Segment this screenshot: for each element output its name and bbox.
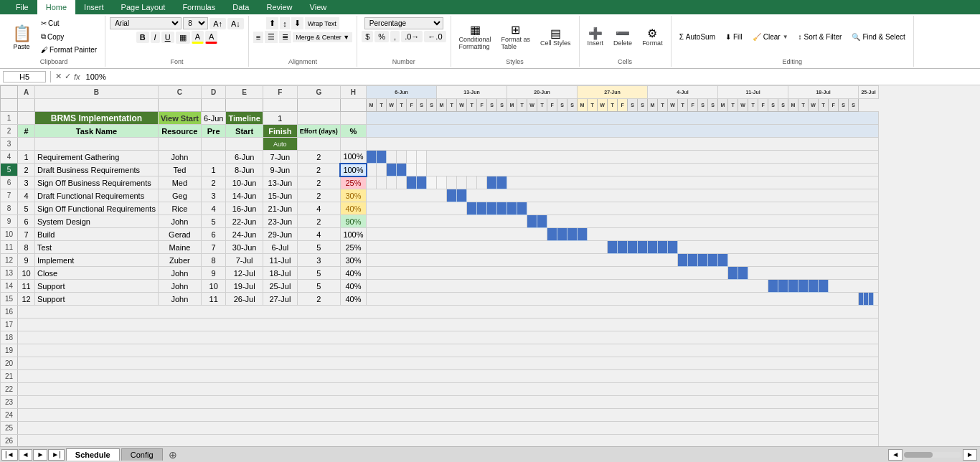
delete-button[interactable]: ➖ Delete xyxy=(610,17,636,57)
cell-B4[interactable]: Requirement Gathering xyxy=(35,151,159,164)
cell-A8[interactable]: 5 xyxy=(18,202,35,215)
cell-F6[interactable]: 13-Jun xyxy=(263,176,297,189)
row-num-26[interactable]: 26 xyxy=(1,435,18,447)
cell-A5[interactable]: 2 xyxy=(18,164,35,176)
cell-B12[interactable]: Implement xyxy=(35,254,159,267)
cell-B7[interactable]: Draft Functional Requirements xyxy=(35,189,159,202)
autosum-button[interactable]: Σ AutoSum xyxy=(676,31,719,44)
row-num-8[interactable]: 8 xyxy=(1,202,18,215)
cell-F9[interactable]: 23-Jun xyxy=(263,215,297,228)
cell-F12[interactable]: 11-Jul xyxy=(263,254,297,267)
cell-F7[interactable]: 15-Jun xyxy=(263,189,297,202)
sheet-nav-prev[interactable]: ◄ xyxy=(19,449,33,461)
cell-C14[interactable]: John xyxy=(158,280,201,293)
cell-G5[interactable]: 2 xyxy=(297,164,340,176)
col-header-f[interactable]: F xyxy=(263,86,297,99)
merge-center-button[interactable]: Merge & Center ▼ xyxy=(293,32,352,42)
sheet-nav-last[interactable]: ►| xyxy=(48,449,65,461)
cell-G4[interactable]: 2 xyxy=(297,151,340,164)
font-color-button[interactable]: A xyxy=(205,31,217,44)
col-header-c[interactable]: C xyxy=(158,86,201,99)
clear-button[interactable]: 🧹 Clear ▼ xyxy=(749,31,792,44)
row-num-2[interactable]: 2 xyxy=(1,125,18,138)
format-as-table-button[interactable]: ⊞ Format asTable xyxy=(498,17,534,57)
decrease-decimal-button[interactable]: ←.0 xyxy=(424,31,446,42)
decrease-font-button[interactable]: A↓ xyxy=(227,18,244,29)
cell-E6[interactable]: 10-Jun xyxy=(226,176,263,189)
cell-H13[interactable]: 40% xyxy=(340,267,366,280)
cell-A7[interactable]: 4 xyxy=(18,189,35,202)
cell-B13[interactable]: Close xyxy=(35,267,159,280)
cell-F2[interactable]: Finish xyxy=(263,125,297,138)
align-center-button[interactable]: ☰ xyxy=(265,31,278,43)
cell-F4[interactable]: 7-Jun xyxy=(263,151,297,164)
cell-E3[interactable] xyxy=(226,138,263,151)
row-num-19[interactable]: 19 xyxy=(1,344,18,357)
cell-H10[interactable]: 100% xyxy=(340,228,366,241)
tab-review[interactable]: Review xyxy=(258,0,301,14)
cell-C6[interactable]: Med xyxy=(158,176,201,189)
col-header-e[interactable]: E xyxy=(226,86,263,99)
cell-G7[interactable]: 2 xyxy=(297,189,340,202)
tab-file[interactable]: File xyxy=(7,0,37,14)
cell-E2[interactable]: Start xyxy=(226,125,263,138)
cell-E8[interactable]: 16-Jun xyxy=(226,202,263,215)
horizontal-scrollbar-track[interactable] xyxy=(904,452,961,458)
cell-G2[interactable]: Effort (days) xyxy=(297,125,340,138)
format-button[interactable]: ⚙ Format xyxy=(639,17,666,57)
cell-E4[interactable]: 6-Jun xyxy=(226,151,263,164)
cell-C11[interactable]: Maine xyxy=(158,241,201,254)
cell-C5[interactable]: Ted xyxy=(158,164,201,176)
cell-H9[interactable]: 90% xyxy=(340,215,366,228)
find-select-button[interactable]: 🔍 Find & Select xyxy=(848,31,908,44)
cell-E9[interactable]: 22-Jun xyxy=(226,215,263,228)
cell-F14[interactable]: 25-Jul xyxy=(263,280,297,293)
cell-C4[interactable]: John xyxy=(158,151,201,164)
fill-button[interactable]: ⬇ Fill xyxy=(722,31,746,44)
cell-H15[interactable]: 40% xyxy=(340,293,366,306)
row-num-12[interactable]: 12 xyxy=(1,254,18,267)
tab-insert[interactable]: Insert xyxy=(75,0,113,14)
cell-E7[interactable]: 14-Jun xyxy=(226,189,263,202)
cell-B15[interactable]: Support xyxy=(35,293,159,306)
cell-G8[interactable]: 4 xyxy=(297,202,340,215)
copy-button[interactable]: ⧉ Copy xyxy=(37,30,100,43)
format-painter-button[interactable]: 🖌 Format Painter xyxy=(37,44,100,56)
number-format-select[interactable]: Percentage xyxy=(364,17,443,29)
cell-A3[interactable] xyxy=(18,138,35,151)
sheet-tab-config[interactable]: Config xyxy=(121,448,163,461)
cell-G9[interactable]: 2 xyxy=(297,215,340,228)
cell-D12[interactable]: 8 xyxy=(201,254,226,267)
cell-G11[interactable]: 5 xyxy=(297,241,340,254)
insert-function-icon[interactable]: fx xyxy=(74,72,80,81)
cell-B1[interactable]: BRMS Implementation xyxy=(35,112,159,125)
tab-formulas[interactable]: Formulas xyxy=(174,0,224,14)
col-header-b[interactable]: B xyxy=(35,86,159,99)
cell-C3[interactable] xyxy=(158,138,201,151)
cell-reference-input[interactable]: H5 xyxy=(3,71,46,82)
cell-styles-button[interactable]: ▤ Cell Styles xyxy=(537,17,575,57)
cell-D13[interactable]: 9 xyxy=(201,267,226,280)
col-header-h[interactable]: H xyxy=(340,86,366,99)
cell-D3[interactable] xyxy=(201,138,226,151)
cell-H4[interactable]: 100% xyxy=(340,151,366,164)
cell-B2[interactable]: Task Name xyxy=(35,125,159,138)
row-num-4[interactable]: 4 xyxy=(1,151,18,164)
comma-button[interactable]: , xyxy=(390,31,400,42)
cell-G3[interactable] xyxy=(297,138,340,151)
cell-E12[interactable]: 7-Jul xyxy=(226,254,263,267)
cell-C8[interactable]: Rice xyxy=(158,202,201,215)
cell-F13[interactable]: 18-Jul xyxy=(263,267,297,280)
row-num-25[interactable]: 25 xyxy=(1,422,18,435)
tab-home[interactable]: Home xyxy=(37,0,75,14)
cell-A6[interactable]: 3 xyxy=(18,176,35,189)
cell-D14[interactable]: 10 xyxy=(201,280,226,293)
tab-page-layout[interactable]: Page Layout xyxy=(113,0,174,14)
cell-H8[interactable]: 40% xyxy=(340,202,366,215)
align-top-button[interactable]: ⬆ xyxy=(266,17,278,29)
row-num-10[interactable]: 10 xyxy=(1,228,18,241)
cell-G15[interactable]: 2 xyxy=(297,293,340,306)
cell-D6[interactable]: 2 xyxy=(201,176,226,189)
cell-B5[interactable]: Draft Business Requirements xyxy=(35,164,159,176)
cancel-formula-icon[interactable]: ✕ xyxy=(55,72,62,81)
